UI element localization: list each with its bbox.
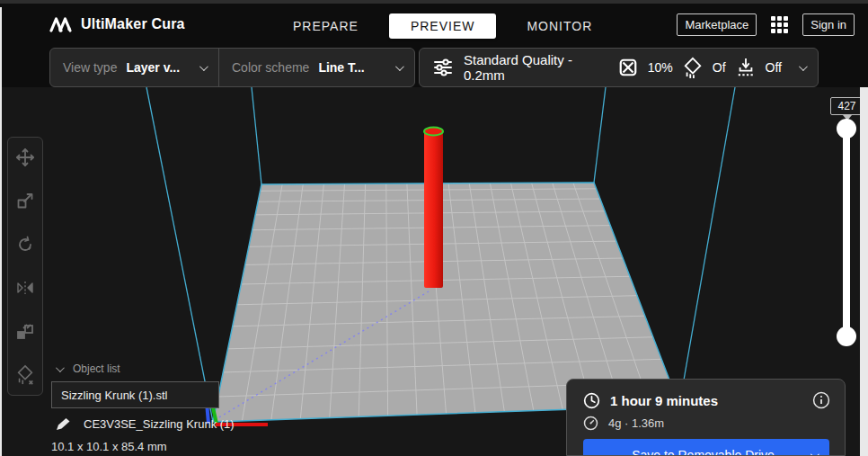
tab-preview[interactable]: PREVIEW (389, 13, 497, 39)
app-title: UltiMaker Cura (81, 16, 185, 32)
material-gauge-icon (583, 416, 598, 431)
model-cylinder[interactable] (424, 128, 443, 289)
chevron-down-icon (199, 62, 208, 71)
marketplace-button[interactable]: Marketplace (677, 13, 757, 36)
save-button-label: Save to Removable Drive (632, 448, 775, 456)
per-model-settings-button[interactable] (14, 321, 36, 343)
layer-number-badge: 427 (830, 97, 864, 115)
object-list-label: Object list (73, 362, 120, 375)
adhesion-value: Off (766, 60, 782, 75)
view-type-label: View type (63, 60, 117, 75)
pencil-icon (56, 417, 71, 431)
window-left-border (0, 7, 2, 456)
material-usage-value: 4g · 1.36m (608, 416, 664, 430)
app-logo: UltiMaker Cura (49, 15, 185, 33)
header-right-group: Marketplace Sign in (677, 13, 855, 36)
color-scheme-label: Color scheme (232, 60, 309, 75)
material-usage-row: 4g · 1.36m (583, 416, 830, 431)
app-header: UltiMaker Cura PREPARE PREVIEW MONITOR M… (0, 4, 868, 47)
model-tools-panel (7, 137, 43, 396)
print-time-row: 1 hour 9 minutes (583, 391, 830, 409)
clock-icon (583, 392, 600, 409)
object-list-item[interactable]: Sizzling Krunk (1).stl (51, 381, 219, 408)
printer-name: CE3V3SE_Sizzling Krunk (1) (84, 417, 235, 431)
chevron-down-icon (395, 62, 404, 71)
mirror-tool-button[interactable] (14, 277, 36, 299)
print-job-panel: 1 hour 9 minutes 4g · 1.36m Save to Remo… (566, 379, 846, 456)
layer-slider-top-handle[interactable] (837, 119, 856, 139)
chevron-down-icon (810, 450, 819, 456)
color-scheme-value: Line T... (318, 60, 364, 75)
color-scheme-dropdown[interactable]: Color scheme Line T... (219, 49, 414, 86)
window-top-border (0, 0, 868, 4)
stage-tabs: PREPARE PREVIEW MONITOR (289, 11, 596, 41)
printer-info-row: CE3V3SE_Sizzling Krunk (1) (56, 417, 235, 431)
tab-prepare[interactable]: PREPARE (289, 13, 362, 39)
chevron-down-icon (799, 62, 808, 71)
move-tool-button[interactable] (14, 147, 36, 168)
support-blocker-button[interactable] (14, 364, 36, 386)
print-settings-panel[interactable]: Standard Quality - 0.2mm 10% Of Off (419, 48, 819, 87)
layer-slider-bottom-handle[interactable] (837, 326, 856, 346)
save-to-removable-drive-button[interactable]: Save to Removable Drive (583, 439, 829, 456)
print-settings-sliders-icon (432, 57, 454, 78)
print-profile-value: Standard Quality - 0.2mm (464, 52, 598, 83)
adhesion-icon (736, 57, 756, 78)
ultimaker-logo-icon (49, 15, 73, 33)
app-switcher-icon[interactable] (771, 16, 788, 33)
model-dimensions: 10.1 x 10.1 x 85.4 mm (51, 440, 167, 453)
view-type-value: Layer v... (126, 60, 180, 75)
view-type-dropdown[interactable]: View type Layer v... (50, 49, 219, 86)
tab-monitor[interactable]: MONITOR (523, 13, 596, 39)
support-icon (683, 57, 703, 78)
chevron-down-icon (56, 363, 65, 372)
sign-in-button[interactable]: Sign in (802, 13, 855, 36)
support-value: Of (713, 60, 726, 75)
view-options-panel: View type Layer v... Color scheme Line T… (49, 48, 415, 87)
infill-value: 10% (648, 60, 673, 75)
window-right-border (860, 87, 868, 456)
object-list-toggle[interactable]: Object list (56, 362, 120, 375)
scale-tool-button[interactable] (14, 190, 36, 211)
print-time-value: 1 hour 9 minutes (610, 393, 718, 408)
rotate-tool-button[interactable] (14, 234, 36, 255)
info-icon[interactable] (812, 391, 830, 409)
infill-icon (618, 58, 638, 77)
layer-slider-track[interactable] (843, 129, 850, 336)
